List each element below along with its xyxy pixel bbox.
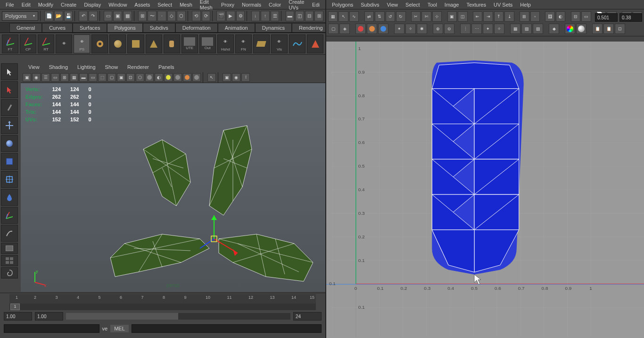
- select-hierarchy-icon[interactable]: ▭: [104, 11, 113, 21]
- render-icon[interactable]: 🎬: [216, 11, 225, 21]
- paint-tool[interactable]: [1, 99, 18, 116]
- vp-image-plane-icon[interactable]: ▭: [51, 73, 59, 82]
- uv-tool12-icon[interactable]: ▨: [533, 24, 543, 34]
- menu-edit[interactable]: Edit: [18, 1, 34, 8]
- uv-split-icon[interactable]: ⊹: [432, 11, 442, 22]
- uv-layout-icon[interactable]: ▣: [447, 11, 457, 22]
- uv-rotate-cw-icon[interactable]: ↻: [396, 11, 405, 22]
- uv-image-icon[interactable]: 🖼: [545, 11, 554, 22]
- uv-tool8-icon[interactable]: ✦: [483, 24, 493, 34]
- lasso-tool[interactable]: [1, 81, 18, 98]
- shelf-cone-g[interactable]: [146, 34, 162, 53]
- new-scene-icon[interactable]: 📄: [44, 11, 53, 21]
- tab-curves[interactable]: Curves: [42, 23, 73, 33]
- menu-mesh[interactable]: Mesh: [176, 1, 196, 8]
- menu-createuvs[interactable]: Create UVs: [285, 0, 308, 11]
- shelf-ft[interactable]: FT: [2, 34, 18, 53]
- vp-lights-icon[interactable]: [164, 73, 173, 82]
- vp-menu-view[interactable]: View: [24, 63, 44, 71]
- playback-end-input[interactable]: [293, 312, 322, 321]
- menu-modify[interactable]: Modify: [34, 1, 57, 8]
- menu-file[interactable]: File: [2, 1, 18, 8]
- menu-create[interactable]: Create: [57, 1, 80, 8]
- vp-xray-icon[interactable]: ▣: [223, 73, 231, 82]
- shelf-cp[interactable]: CP: [20, 34, 36, 53]
- uv-tool2-icon[interactable]: ✧: [405, 24, 416, 34]
- show-manip-tool[interactable]: [1, 207, 18, 224]
- command-input[interactable]: [4, 324, 99, 333]
- uv-menu-polygons[interactable]: Polygons: [328, 1, 357, 8]
- vp-wireframe-icon[interactable]: ⬡: [136, 73, 144, 82]
- uv-tool10-icon[interactable]: ▦: [510, 24, 520, 34]
- uv-red-icon[interactable]: [355, 24, 366, 34]
- vp-field-chart-icon[interactable]: ▢: [107, 73, 116, 82]
- scale-tool[interactable]: [1, 153, 18, 170]
- uv-tool16-icon[interactable]: ⊡: [615, 24, 625, 34]
- shelf-torus[interactable]: [91, 34, 108, 53]
- vp-2d-pan-icon[interactable]: ⊞: [60, 73, 69, 82]
- uv-align-t-icon[interactable]: ⤒: [494, 11, 504, 22]
- uv-tool1-icon[interactable]: ✦: [394, 24, 405, 34]
- vp-safe-action-icon[interactable]: ▣: [117, 73, 125, 82]
- menu-select[interactable]: Select: [154, 1, 176, 8]
- select-component-icon[interactable]: ▦: [123, 11, 132, 21]
- select-object-icon[interactable]: ▣: [113, 11, 122, 21]
- uv-grid-icon[interactable]: ⊞: [520, 11, 529, 22]
- swirl-icon[interactable]: [1, 267, 18, 279]
- mode-dropdown[interactable]: Polygons: [2, 11, 38, 21]
- shelf-ps[interactable]: 👁PS: [74, 34, 90, 53]
- shelf-fn[interactable]: 👁FN: [235, 34, 252, 53]
- uv-tool11-icon[interactable]: ▧: [521, 24, 532, 34]
- rotate-tool[interactable]: [1, 135, 18, 152]
- open-scene-icon[interactable]: 📂: [54, 11, 63, 21]
- vp-menu-show[interactable]: Show: [100, 63, 123, 71]
- uv-align-b-icon[interactable]: ⤓: [504, 11, 514, 22]
- tab-surfaces[interactable]: Surfaces: [73, 23, 107, 33]
- shelf-plane[interactable]: [253, 34, 270, 53]
- uv-rotate-ccw-icon[interactable]: ↺: [386, 11, 395, 22]
- tab-rendering[interactable]: Rendering: [292, 23, 330, 33]
- current-frame-marker[interactable]: 1: [10, 304, 20, 310]
- uv-cut-icon[interactable]: ✄: [421, 11, 431, 22]
- render-settings-icon[interactable]: ⚙: [236, 11, 245, 21]
- uv-tool5-icon[interactable]: ⊖: [444, 24, 454, 34]
- uv-isolate-icon[interactable]: ▢: [328, 24, 339, 34]
- layout-1-icon[interactable]: ▬: [286, 11, 295, 21]
- uv-tool13-icon[interactable]: ◆: [549, 24, 559, 34]
- vp-safe-title-icon[interactable]: ⊡: [126, 73, 135, 82]
- construction-history-icon[interactable]: ☰: [271, 11, 280, 21]
- shelf-wave[interactable]: [289, 34, 305, 53]
- vp-menu-renderer[interactable]: Renderer: [123, 63, 154, 71]
- uv-tool14-icon[interactable]: 📋: [592, 24, 603, 34]
- select-tool[interactable]: [1, 63, 18, 80]
- uv-flip-h-icon[interactable]: ⇄: [364, 11, 374, 22]
- move-tool[interactable]: [1, 117, 18, 134]
- uv-tool6-icon[interactable]: ⋮: [460, 24, 471, 34]
- uv-tool4-icon[interactable]: ⊕: [433, 24, 443, 34]
- vp-film-gate-icon[interactable]: ▬: [79, 73, 88, 82]
- history-off-icon[interactable]: ⟳: [202, 11, 211, 21]
- layout-4-icon[interactable]: ⊞: [314, 11, 323, 21]
- shelf-cone-r[interactable]: [307, 34, 323, 53]
- shelf-out[interactable]: Out: [199, 34, 216, 53]
- uv-u-input[interactable]: [595, 13, 618, 22]
- vp-hq-icon[interactable]: [183, 73, 191, 82]
- vp-shaded-icon[interactable]: [145, 73, 154, 82]
- manipulator-tool[interactable]: [1, 171, 18, 188]
- time-slider[interactable]: 1: [9, 304, 316, 310]
- vp-camera-select-icon[interactable]: ▣: [23, 73, 31, 82]
- playback-start-input[interactable]: [35, 312, 63, 321]
- uv-dim-icon[interactable]: ◐: [556, 11, 565, 22]
- vp-menu-panels[interactable]: Panels: [154, 63, 179, 71]
- tab-deformation[interactable]: Deformation: [175, 23, 218, 33]
- vp-ao-icon[interactable]: [192, 73, 201, 82]
- uv-orange-icon[interactable]: [367, 24, 377, 34]
- shelf-rt[interactable]: RT: [38, 34, 54, 53]
- menu-window[interactable]: Window: [105, 1, 131, 8]
- tab-dynamics[interactable]: Dynamics: [255, 23, 292, 33]
- uv-align-r-icon[interactable]: ⇥: [483, 11, 493, 22]
- uv-tool3-icon[interactable]: ✱: [417, 24, 427, 34]
- save-scene-icon[interactable]: 💾: [64, 11, 73, 21]
- vp-res-gate-icon[interactable]: ▭: [89, 73, 97, 82]
- vp-gate-mask-icon[interactable]: ⬚: [98, 73, 107, 82]
